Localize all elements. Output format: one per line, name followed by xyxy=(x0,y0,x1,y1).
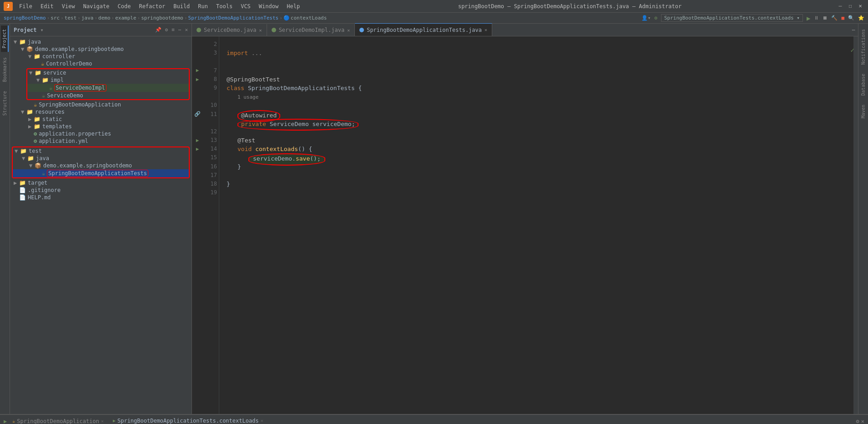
right-sidebar: Notifications Database Maven ✓ xyxy=(858,24,868,414)
tree-item-app-properties[interactable]: ⚙ application.properties xyxy=(10,130,192,137)
tree-item-controllerdemo[interactable]: ☕ ControllerDemo xyxy=(10,60,192,67)
tree-item-test-demo-package[interactable]: ▼ 📦 demo.example.springbootdemo xyxy=(13,162,189,169)
window-controls: ─ □ ✕ xyxy=(836,2,864,10)
project-tree: ▼ 📁 java ▼ 📦 demo.example.springbootdemo… xyxy=(10,36,192,414)
project-close-icon[interactable]: ✕ xyxy=(185,27,188,33)
breadcrumb-sep: › xyxy=(47,15,50,21)
tree-item-helpmd[interactable]: 📄 HELP.md xyxy=(10,194,192,201)
gutter-run-class[interactable]: ▶ xyxy=(192,66,203,75)
project-settings-icon[interactable]: ⚙ xyxy=(165,27,168,33)
left-sidebar-tabs: Project Bookmarks Structure xyxy=(0,24,10,414)
menu-run[interactable]: Run xyxy=(194,2,212,10)
tree-item-servicedemoimpl[interactable]: ☕ ServiceDemoImpl xyxy=(27,84,189,92)
tree-item-java[interactable]: ▼ 📁 java xyxy=(10,38,192,45)
bottom-tab-contextloads[interactable]: ▶ SpringBootDemoApplicationTests.context… xyxy=(109,417,267,424)
main-layout: Project Bookmarks Structure Project ▾ 📌 … xyxy=(0,24,868,414)
breadcrumb-project[interactable]: springBootDemo xyxy=(4,15,46,21)
menu-build[interactable]: Build xyxy=(170,2,193,10)
tree-item-app-yml[interactable]: ⚙ application.yml xyxy=(10,137,192,145)
project-panel: Project ▾ 📌 ⚙ ≡ ⋯ ✕ ▼ 📁 java ▼ 📦 demo.ex… xyxy=(10,24,192,414)
app-logo: J xyxy=(4,2,13,11)
title-bar: J File Edit View Navigate Code Refactor … xyxy=(0,0,868,13)
tree-item-demo-package[interactable]: ▼ 📦 demo.example.springbootdemo xyxy=(10,45,192,53)
menu-view[interactable]: View xyxy=(58,2,79,10)
project-title: Project xyxy=(14,27,37,33)
tree-item-impl[interactable]: ▼ 📁 impl xyxy=(27,76,189,84)
maximize-button[interactable]: □ xyxy=(846,2,854,10)
gutter-test-run2[interactable]: ▶ xyxy=(192,145,203,153)
project-pin-icon[interactable]: 📌 xyxy=(155,27,161,33)
sidebar-tab-bookmarks[interactable]: Bookmarks xyxy=(1,54,8,86)
project-collapse-icon[interactable]: ≡ xyxy=(172,27,175,33)
code-editor: ▶ ▶ 🔗 ▶ ▶ 2 3 7 8 9 xyxy=(192,36,858,414)
menu-window[interactable]: Window xyxy=(255,2,282,10)
bottom-tab-springbootdemoapp[interactable]: ☕ SpringBootDemoApplication ✕ xyxy=(9,417,107,424)
breadcrumb: springBootDemo › src › test › java › dem… xyxy=(0,13,868,24)
menu-tools[interactable]: Tools xyxy=(212,2,236,10)
maven-button[interactable]: Maven xyxy=(860,101,867,122)
tree-item-templates[interactable]: ▶ 📁 templates xyxy=(10,123,192,130)
menu-code[interactable]: Code xyxy=(114,2,135,10)
code-gutter: ▶ ▶ 🔗 ▶ ▶ xyxy=(192,36,203,414)
menu-vcs[interactable]: VCS xyxy=(237,2,254,10)
menu-edit[interactable]: Edit xyxy=(37,2,57,10)
window-title: springBootDemo – SpringBootDemoApplicati… xyxy=(303,3,836,10)
tab-servicedemo-close[interactable]: ✕ xyxy=(259,28,262,33)
bottom-tab-close-app[interactable]: ✕ xyxy=(101,419,104,424)
project-more-icon[interactable]: ⋯ xyxy=(178,27,182,33)
menu-navigate[interactable]: Navigate xyxy=(80,2,113,10)
database-button[interactable]: Database xyxy=(860,70,867,99)
bottom-tab-close-context[interactable]: ✕ xyxy=(261,418,263,423)
gutter-run-test[interactable]: ▶ xyxy=(192,136,203,145)
editor-tabs: ServiceDemo.java ✕ ServiceDemoImpl.java … xyxy=(192,24,858,36)
minimize-button[interactable]: ─ xyxy=(836,2,844,10)
bottom-panel: ▶ ☕ SpringBootDemoApplication ✕ ▶ Spring… xyxy=(0,414,868,424)
editor-scrollbar[interactable] xyxy=(853,36,858,414)
menu-bar: File Edit View Navigate Code Refactor Bu… xyxy=(15,2,303,10)
tree-item-controller[interactable]: ▼ 📁 controller xyxy=(10,53,192,60)
tree-item-target[interactable]: ▶ 📁 target xyxy=(10,179,192,187)
tree-item-springbootdemoapptests[interactable]: ☕ SpringBootDemoApplicationTests xyxy=(13,169,189,177)
tree-item-springbootdemoapp[interactable]: ☕ SpringBootDemoApplication xyxy=(10,101,192,108)
tree-item-static[interactable]: ▶ 📁 static xyxy=(10,116,192,123)
project-dropdown-icon[interactable]: ▾ xyxy=(40,27,44,33)
sidebar-tab-structure[interactable]: Structure xyxy=(1,87,8,119)
gutter-run-class2[interactable]: ▶ xyxy=(192,75,203,84)
line-numbers: 2 3 7 8 9 10 11 12 13 14 15 16 17 18 19 xyxy=(203,36,219,414)
service-red-box: ▼ 📁 service ▼ 📁 impl ☕ ServiceDemoImpl xyxy=(26,68,190,100)
menu-refactor[interactable]: Refactor xyxy=(135,2,169,10)
sidebar-tab-project[interactable]: Project xyxy=(1,25,9,52)
tab-servicedemoimpl[interactable]: ServiceDemoImpl.java ✕ xyxy=(267,24,355,36)
tree-item-test[interactable]: ▼ 📁 test xyxy=(13,147,189,155)
tree-item-test-java[interactable]: ▼ 📁 java xyxy=(13,155,189,162)
gutter-autowired[interactable]: 🔗 xyxy=(192,110,203,119)
tree-item-gitignore[interactable]: 📄 .gitignore xyxy=(10,187,192,194)
tab-servicedemo[interactable]: ServiceDemo.java ✕ xyxy=(192,24,267,36)
menu-help[interactable]: Help xyxy=(283,2,303,10)
project-panel-header: Project ▾ 📌 ⚙ ≡ ⋯ ✕ xyxy=(10,24,192,36)
code-text[interactable]: import ... @SpringBootTest class SpringB… xyxy=(219,36,853,414)
green-check-icon: ✓ xyxy=(851,46,854,54)
editor-area: ServiceDemo.java ✕ ServiceDemoImpl.java … xyxy=(192,24,858,414)
bottom-panel-close[interactable]: ✕ xyxy=(861,418,864,424)
bottom-panel-settings[interactable]: ⚙ xyxy=(856,418,859,424)
close-button[interactable]: ✕ xyxy=(856,2,864,10)
tree-item-servicedemo[interactable]: ☕ ServiceDemo xyxy=(27,92,189,99)
run-icon: ▶ xyxy=(4,418,7,424)
tree-item-service[interactable]: ▼ 📁 service xyxy=(27,69,189,76)
test-red-box: ▼ 📁 test ▼ 📁 java ▼ 📦 demo.example.sprin… xyxy=(12,146,190,178)
tab-springbootdemoapptests[interactable]: SpringBootDemoApplicationTests.java ✕ xyxy=(355,23,492,36)
bottom-panel-tabs: ▶ ☕ SpringBootDemoApplication ✕ ▶ Spring… xyxy=(0,415,868,424)
tab-springbootdemoapptests-close[interactable]: ✕ xyxy=(484,27,487,32)
menu-file[interactable]: File xyxy=(15,2,36,10)
notifications-button[interactable]: Notifications xyxy=(860,25,867,68)
editor-tab-more[interactable]: ⋯ xyxy=(849,24,858,36)
tree-item-resources[interactable]: ▼ 📁 resources xyxy=(10,108,192,116)
tab-servicedemoimpl-close[interactable]: ✕ xyxy=(347,28,350,33)
